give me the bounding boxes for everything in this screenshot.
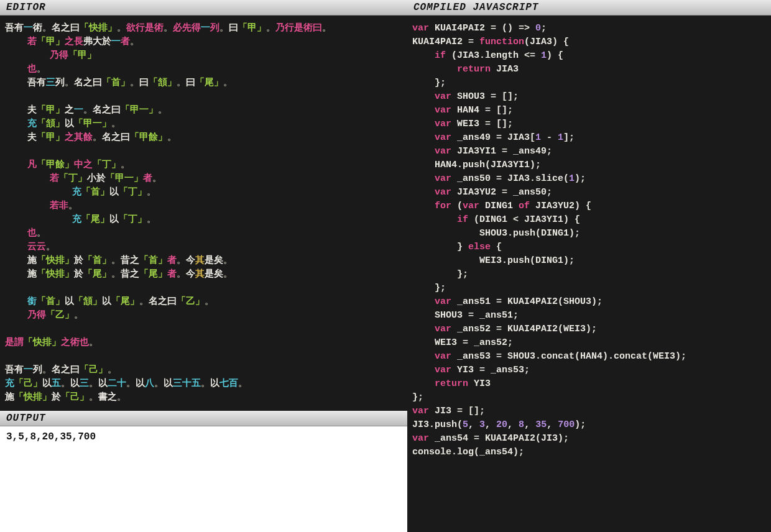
- editor-line: 是謂「快排」之術也。: [5, 336, 402, 350]
- editor-line: 充「首」以「丁」。: [5, 186, 402, 200]
- editor-line: 充「己」以五。以三。以二十。以八。以三十五。以七百。: [5, 377, 402, 391]
- editor-line: [5, 90, 402, 104]
- js-line: var JIA3YI1 = _ans49;: [412, 145, 766, 158]
- editor-line: 也。: [5, 227, 402, 241]
- editor-line: 云云。: [5, 241, 402, 254]
- js-line: if (JIA3.length <= 1) {: [412, 49, 766, 63]
- output-body: 3,5,8,20,35,700: [0, 426, 407, 532]
- editor-line: 若非。: [5, 200, 402, 213]
- js-line: };: [412, 268, 766, 282]
- js-line: var JI3 = [];: [412, 405, 766, 418]
- editor-line: 施「快排」於「尾」。昔之「尾」者。今其是矣。: [5, 268, 402, 282]
- editor-body[interactable]: 吾有一術。名之曰「快排」。欲行是術。必先得一列。曰「甲」。乃行是術曰。 若「甲」…: [0, 16, 407, 411]
- editor-line: 也。: [5, 63, 402, 76]
- js-line: } else {: [412, 241, 766, 254]
- js-line: var _ans50 = JIA3.slice(1);: [412, 172, 766, 186]
- editor-line: 乃得「甲」: [5, 49, 402, 63]
- editor-header: EDITOR: [0, 0, 407, 16]
- editor-line: 若「丁」小於「甲一」者。: [5, 172, 402, 186]
- js-line: HAN4.push(JIA3YI1);: [412, 158, 766, 172]
- js-line: var YI3 = _ans53;: [412, 364, 766, 377]
- editor-line: 夫「甲」之其餘。名之曰「甲餘」。: [5, 131, 402, 145]
- editor-line: 凡「甲餘」中之「丁」。: [5, 158, 402, 172]
- right-column: COMPILED JAVASCRIPT var KUAI4PAI2 = () =…: [407, 0, 771, 532]
- editor-line: 若「甲」之長弗大於一者。: [5, 35, 402, 49]
- editor-line: 充「尾」以「丁」。: [5, 213, 402, 227]
- editor-line: 吾有三列。名之曰「首」。曰「頷」。曰「尾」。: [5, 76, 402, 90]
- js-line: var _ans52 = KUAI4PAI2(WEI3);: [412, 323, 766, 336]
- js-line: var SHOU3 = [];: [412, 90, 766, 104]
- editor-line: [5, 145, 402, 158]
- js-line: var HAN4 = [];: [412, 104, 766, 117]
- js-line: };: [412, 76, 766, 90]
- js-line: var _ans53 = SHOU3.concat(HAN4).concat(W…: [412, 350, 766, 364]
- output-header: OUTPUT: [0, 411, 407, 426]
- app-container: EDITOR 吾有一術。名之曰「快排」。欲行是術。必先得一列。曰「甲」。乃行是術…: [0, 0, 771, 532]
- editor-line: 施「快排」於「己」。書之。: [5, 391, 402, 405]
- js-line: SHOU3.push(DING1);: [412, 227, 766, 241]
- js-line: SHOU3 = _ans51;: [412, 309, 766, 323]
- editor-line: 充「頷」以「甲一」。: [5, 117, 402, 131]
- left-column: EDITOR 吾有一術。名之曰「快排」。欲行是術。必先得一列。曰「甲」。乃行是術…: [0, 0, 407, 532]
- editor-line: 銜「首」以「頷」以「尾」。名之曰「乙」。: [5, 295, 402, 309]
- js-line: var JIA3YU2 = _ans50;: [412, 186, 766, 200]
- editor-line: [5, 350, 402, 364]
- js-line: var _ans54 = KUAI4PAI2(JI3);: [412, 432, 766, 446]
- js-line: var KUAI4PAI2 = () => 0;: [412, 22, 766, 35]
- js-line: JI3.push(5, 3, 20, 8, 35, 700);: [412, 418, 766, 432]
- js-line: };: [412, 391, 766, 405]
- js-line: KUAI4PAI2 = function(JIA3) {: [412, 35, 766, 49]
- js-line: return JIA3: [412, 63, 766, 76]
- editor-line: 施「快排」於「首」。昔之「首」者。今其是矣。: [5, 254, 402, 268]
- js-line: var WEI3 = [];: [412, 117, 766, 131]
- editor-line: 乃得「乙」。: [5, 309, 402, 323]
- js-line: };: [412, 282, 766, 295]
- js-line: var _ans49 = JIA3[1 - 1];: [412, 131, 766, 145]
- editor-line: 吾有一列。名之曰「己」。: [5, 364, 402, 377]
- js-line: var _ans51 = KUAI4PAI2(SHOU3);: [412, 295, 766, 309]
- editor-line: [5, 282, 402, 295]
- js-line: for (var DING1 of JIA3YU2) {: [412, 200, 766, 213]
- js-line: console.log(_ans54);: [412, 446, 766, 459]
- js-header: COMPILED JAVASCRIPT: [407, 0, 771, 16]
- js-body[interactable]: var KUAI4PAI2 = () => 0;KUAI4PAI2 = func…: [407, 16, 771, 466]
- editor-line: 吾有一術。名之曰「快排」。欲行是術。必先得一列。曰「甲」。乃行是術曰。: [5, 22, 402, 35]
- js-line: return YI3: [412, 377, 766, 391]
- js-line: WEI3.push(DING1);: [412, 254, 766, 268]
- editor-line: [5, 323, 402, 336]
- js-line: if (DING1 < JIA3YI1) {: [412, 213, 766, 227]
- js-line: WEI3 = _ans52;: [412, 336, 766, 350]
- editor-line: 夫「甲」之一。名之曰「甲一」。: [5, 104, 402, 117]
